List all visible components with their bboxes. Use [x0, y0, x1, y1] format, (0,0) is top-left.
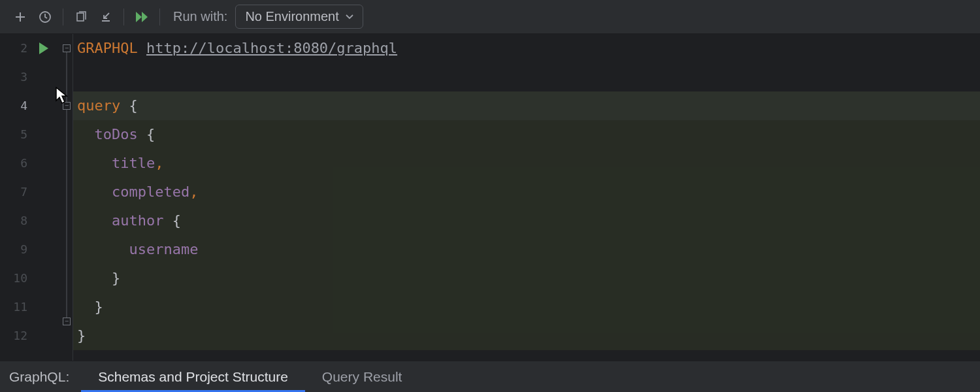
- code-line[interactable]: }: [73, 264, 980, 293]
- fold-gutter: − − −: [61, 34, 73, 361]
- code-line[interactable]: }: [73, 293, 980, 321]
- code-line[interactable]: toDos {: [73, 120, 980, 149]
- line-number[interactable]: 10: [0, 264, 34, 293]
- request-url[interactable]: http://localhost:8080/graphql: [146, 40, 397, 56]
- code-line[interactable]: }: [73, 321, 980, 350]
- fold-toggle-icon[interactable]: −: [63, 44, 71, 52]
- chevron-down-icon: [346, 14, 353, 20]
- code-line[interactable]: title,: [73, 149, 980, 178]
- request-method: GRAPHQL: [77, 40, 138, 56]
- tab-schemas[interactable]: Schemas and Project Structure: [81, 361, 305, 392]
- code-line[interactable]: query {: [73, 91, 980, 120]
- separator: [159, 8, 160, 25]
- history-icon[interactable]: [34, 6, 56, 28]
- code-line[interactable]: author {: [73, 206, 980, 235]
- code-line[interactable]: GRAPHQL http://localhost:8080/graphql: [73, 34, 980, 63]
- line-number[interactable]: 6: [0, 149, 34, 178]
- tab-query-result[interactable]: Query Result: [305, 361, 419, 392]
- fold-end-icon[interactable]: −: [63, 318, 71, 325]
- code-line[interactable]: username: [73, 235, 980, 264]
- add-icon[interactable]: [9, 6, 31, 28]
- line-number[interactable]: 8: [0, 206, 34, 235]
- tool-window-label: GraphQL:: [0, 361, 81, 392]
- line-number[interactable]: 12: [0, 321, 34, 350]
- run-all-icon[interactable]: [131, 6, 153, 28]
- fold-toggle-icon[interactable]: −: [63, 102, 71, 110]
- line-number[interactable]: 5: [0, 120, 34, 149]
- fold-line: [66, 52, 67, 321]
- tool-window-tabs: GraphQL: Schemas and Project Structure Q…: [0, 361, 980, 392]
- separator: [63, 8, 63, 25]
- line-number[interactable]: 2: [0, 34, 34, 63]
- line-number[interactable]: 3: [0, 63, 34, 91]
- copy-icon[interactable]: [70, 6, 92, 28]
- editor[interactable]: 2 3 4 5 6 7 8 9 10 11 12 − − − GRAPHQL h…: [0, 34, 980, 361]
- line-number[interactable]: 11: [0, 293, 34, 321]
- line-number-gutter[interactable]: 2 3 4 5 6 7 8 9 10 11 12: [0, 34, 34, 361]
- environment-value: No Environment: [245, 9, 338, 24]
- line-number[interactable]: 7: [0, 178, 34, 206]
- code-line[interactable]: completed,: [73, 178, 980, 206]
- line-number[interactable]: 4: [0, 91, 34, 120]
- code-line[interactable]: [73, 63, 980, 91]
- separator: [123, 8, 124, 25]
- code-area[interactable]: GRAPHQL http://localhost:8080/graphql qu…: [73, 34, 980, 361]
- line-number[interactable]: 9: [0, 235, 34, 264]
- environment-select[interactable]: No Environment: [235, 5, 363, 29]
- svg-rect-1: [77, 13, 84, 21]
- import-icon[interactable]: [95, 6, 117, 28]
- icon-gutter: [34, 34, 61, 361]
- run-line-icon[interactable]: [39, 42, 48, 54]
- toolbar: Run with: No Environment: [0, 0, 980, 34]
- run-with-label: Run with:: [173, 9, 227, 24]
